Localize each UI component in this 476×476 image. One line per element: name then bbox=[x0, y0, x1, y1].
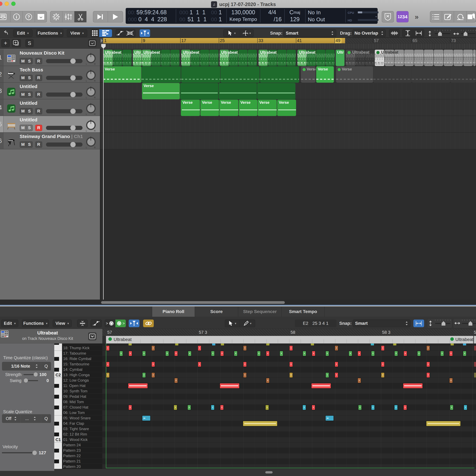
svg-text:i: i bbox=[16, 15, 17, 19]
svg-text:?: ? bbox=[27, 15, 30, 19]
svg-text:♫: ♫ bbox=[474, 17, 476, 20]
